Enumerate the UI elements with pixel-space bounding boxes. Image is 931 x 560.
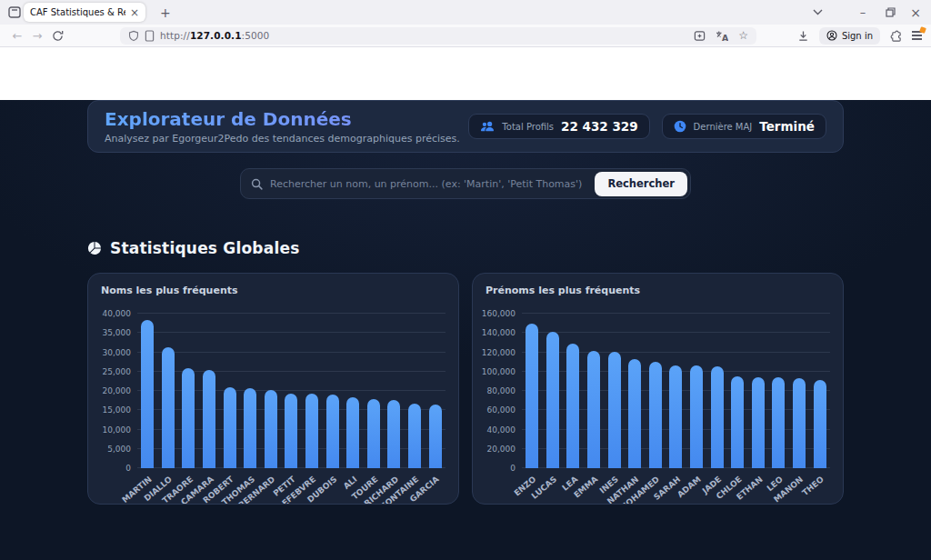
bar bbox=[669, 365, 682, 468]
url-text: http://127.0.0.1:5000 bbox=[160, 30, 269, 41]
app-menu-button[interactable] bbox=[912, 31, 922, 40]
window-restore-button[interactable] bbox=[878, 0, 902, 25]
chart-card-noms: Noms les plus fréquents 05,00010,00015,0… bbox=[87, 273, 459, 505]
bar-slot: DUBOIS bbox=[322, 314, 343, 468]
y-tick-label: 100,000 bbox=[482, 367, 516, 376]
save-page-icon[interactable] bbox=[694, 30, 706, 42]
badge-label: Total Profils bbox=[502, 122, 554, 132]
bar bbox=[326, 395, 339, 468]
list-tabs-chevron-icon[interactable] bbox=[806, 0, 829, 25]
bar-slot: THOMAS bbox=[240, 314, 261, 468]
bar-slot: LEO bbox=[768, 314, 789, 468]
tab-close-icon[interactable]: × bbox=[130, 7, 139, 18]
y-tick-label: 10,000 bbox=[103, 425, 132, 435]
badge-label: Dernière MAJ bbox=[694, 122, 753, 132]
url-scheme: http:// bbox=[160, 30, 190, 41]
header-text: Explorateur de Données Analysez par Egor… bbox=[105, 109, 460, 145]
badge-value: 22 432 329 bbox=[561, 119, 638, 134]
search-button[interactable]: Rechercher bbox=[595, 172, 687, 196]
bookmark-star-icon[interactable]: ☆ bbox=[738, 30, 748, 41]
bar bbox=[244, 388, 256, 468]
bar-slot: BERNARD bbox=[261, 314, 282, 468]
bar-slot: LEFEBVRE bbox=[302, 314, 323, 468]
downloads-icon[interactable] bbox=[797, 30, 809, 42]
svg-text:A: A bbox=[722, 33, 728, 42]
bar-slot: DIALLO bbox=[158, 314, 179, 468]
bar-chart-prenoms: 020,00040,00060,00080,000100,000120,0001… bbox=[486, 314, 830, 468]
bar bbox=[752, 377, 765, 468]
page-title: Explorateur de Données bbox=[105, 109, 460, 130]
bar bbox=[162, 347, 175, 468]
bar-slot: ADAM bbox=[686, 314, 707, 468]
account-icon bbox=[826, 30, 837, 41]
search-input[interactable] bbox=[270, 178, 592, 190]
bar bbox=[305, 394, 318, 468]
y-tick-label: 30,000 bbox=[103, 348, 132, 357]
forward-icon[interactable]: → bbox=[27, 30, 47, 42]
bar-slot: MOHAMED bbox=[646, 314, 666, 468]
y-tick-label: 20,000 bbox=[103, 386, 132, 395]
bar-slot: MANON bbox=[789, 314, 810, 468]
bar-slot: CHLOE bbox=[727, 314, 748, 468]
badge-value: Terminé bbox=[759, 119, 815, 134]
chart-title: Noms les plus fréquents bbox=[101, 285, 445, 296]
window-minimize-button[interactable]: – bbox=[851, 0, 875, 25]
extensions-icon[interactable] bbox=[890, 30, 902, 42]
header-card: Explorateur de Données Analysez par Egor… bbox=[87, 100, 844, 153]
clock-icon bbox=[674, 120, 686, 133]
bar bbox=[367, 399, 380, 468]
bar-slot: FONTAINE bbox=[405, 314, 425, 468]
users-icon bbox=[480, 120, 495, 133]
x-tick-label: THEO bbox=[801, 475, 826, 497]
shield-icon[interactable] bbox=[128, 30, 139, 42]
bar bbox=[526, 324, 538, 468]
bar bbox=[628, 359, 641, 468]
bar bbox=[408, 404, 421, 468]
bar bbox=[429, 405, 442, 468]
bar bbox=[772, 377, 785, 468]
window-close-button[interactable]: × bbox=[904, 0, 927, 25]
browser-toolbar: ← → http://127.0.0.1:5000 A ☆ Sign in bbox=[0, 25, 931, 47]
bar bbox=[285, 394, 297, 468]
bar-slot: RICHARD bbox=[384, 314, 405, 468]
y-tick-label: 20,000 bbox=[487, 445, 516, 454]
new-tab-button[interactable]: + bbox=[155, 4, 176, 22]
bar bbox=[566, 344, 579, 468]
bar bbox=[346, 397, 359, 468]
chart-cards: Noms les plus fréquents 05,00010,00015,0… bbox=[87, 273, 844, 505]
reload-icon[interactable] bbox=[47, 30, 67, 42]
y-tick-label: 80,000 bbox=[487, 386, 516, 395]
bar bbox=[141, 320, 154, 468]
browser-tab-bar: CAF Statistiques & Recherche × + – × bbox=[0, 0, 931, 25]
y-tick-label: 5,000 bbox=[107, 445, 131, 454]
tab-title: CAF Statistiques & Recherche bbox=[30, 7, 125, 17]
section-heading: Statistiques Globales bbox=[87, 239, 844, 257]
firefox-view-icon[interactable] bbox=[8, 6, 21, 18]
back-icon[interactable]: ← bbox=[7, 30, 27, 42]
bar-slot: PETIT bbox=[281, 314, 302, 468]
url-bar[interactable]: http://127.0.0.1:5000 A ☆ bbox=[120, 27, 756, 45]
sign-in-button[interactable]: Sign in bbox=[819, 27, 880, 45]
bar bbox=[793, 378, 806, 468]
bars-container: ENZOLUCASLEAEMMAINESNATHANMOHAMEDSARAHAD… bbox=[522, 314, 830, 468]
chart-title: Prénoms les plus fréquents bbox=[486, 285, 830, 296]
y-tick-label: 35,000 bbox=[103, 328, 132, 337]
bar bbox=[265, 390, 277, 468]
urlbar-actions: A ☆ bbox=[694, 30, 748, 42]
browser-tab[interactable]: CAF Statistiques & Recherche × bbox=[24, 3, 145, 22]
bar bbox=[224, 387, 236, 468]
bars-container: MARTINDIALLOTRAORECAMARAROBERTTHOMASBERN… bbox=[137, 314, 445, 468]
page-info-icon[interactable] bbox=[145, 30, 155, 42]
y-tick-label: 40,000 bbox=[487, 425, 516, 435]
bar bbox=[546, 332, 559, 468]
bar bbox=[182, 368, 195, 469]
bar-slot: ENZO bbox=[522, 314, 543, 468]
y-tick-label: 60,000 bbox=[487, 405, 516, 415]
url-port: :5000 bbox=[242, 30, 270, 41]
url-host: 127.0.0.1 bbox=[190, 30, 242, 41]
bar bbox=[814, 380, 826, 468]
bar-slot: LUCAS bbox=[543, 314, 564, 468]
translate-icon[interactable]: A bbox=[716, 30, 728, 42]
page-body: Explorateur de Données Analysez par Egor… bbox=[0, 100, 931, 560]
search-icon bbox=[251, 178, 263, 190]
